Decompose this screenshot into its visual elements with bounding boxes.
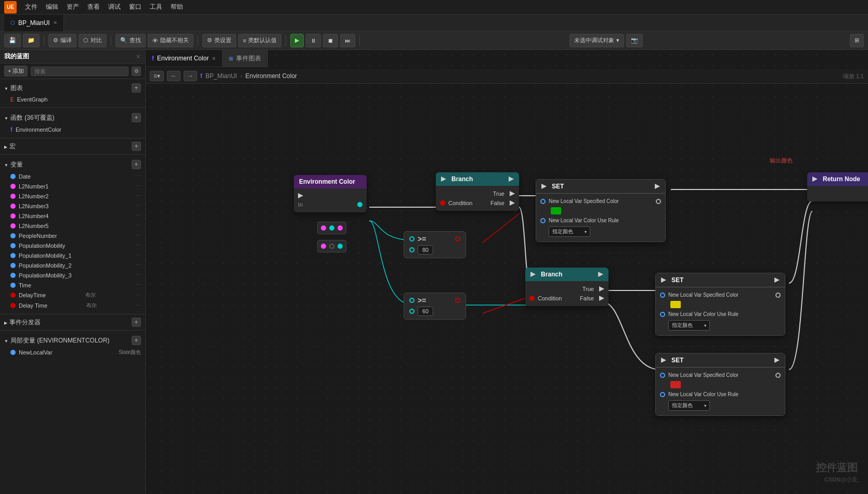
tab-env-close[interactable]: ✕ (212, 56, 216, 61)
var-expand-popmob: ⋯ (135, 242, 141, 249)
sidebar-item-newlocalvar[interactable]: NewLocalVar Slate颜色 (0, 347, 145, 358)
sidebar-item-l2n3[interactable]: L2Number3 ⋯ (0, 201, 145, 211)
return-body: Out (807, 186, 868, 201)
sidebar-item-date[interactable]: Date ⋯ (0, 171, 145, 181)
add-button[interactable]: + 添加 (4, 66, 28, 77)
menu-help[interactable]: 帮助 (171, 3, 183, 11)
sidebar-item-l2n2[interactable]: L2Number2 ⋯ (0, 191, 145, 201)
breadcrumb-current: Environment Color (245, 72, 297, 80)
set1-dropdown[interactable]: 指定颜色 ▾ (549, 226, 590, 237)
sidebar-item-delaytime2[interactable]: Delay Time 布尔 ⋯ (0, 300, 145, 311)
set2-color-swatch[interactable] (670, 301, 681, 308)
sidebar-item-l2n5[interactable]: L2Number5 ⋯ (0, 221, 145, 231)
local-vars-header[interactable]: 局部变量 (ENVIRONMENTCOLOR) + (0, 334, 145, 347)
add-local-var-button[interactable]: + (132, 336, 141, 345)
nav-back-button[interactable]: ← (167, 71, 180, 81)
compile-button[interactable]: ⚙ 编译 (48, 34, 76, 47)
tab-event-graph[interactable]: ⊞ 事件图表 (223, 50, 268, 67)
vars-header[interactable]: 变量 + (0, 158, 145, 171)
sidebar-item-popmob3[interactable]: PopulationMobility_3 ⋯ (0, 270, 145, 280)
tab-env-label: Environment Color (157, 55, 209, 62)
menu-edit[interactable]: 编辑 (46, 3, 58, 11)
add-graph-button[interactable]: + (132, 83, 141, 93)
menu-debug[interactable]: 调试 (108, 3, 121, 11)
event-dispatchers-header[interactable]: 事件分发器 + (0, 315, 145, 329)
file-tab[interactable]: ⬡ BP_MianUI ✕ (4, 15, 64, 31)
functions-expand-icon (4, 114, 8, 121)
sidebar-item-popmob1[interactable]: PopulationMobility_1 ⋯ (0, 250, 145, 260)
set1-dropdown-label: 指定颜色 (552, 228, 573, 235)
functions-header[interactable]: 函数 (36可覆盖) + (0, 111, 145, 124)
sidebar-item-l2n1[interactable]: L2Number1 ⋯ (0, 181, 145, 191)
sidebar-item-l2n4[interactable]: L2Number4 ⋯ (0, 211, 145, 221)
run-button[interactable]: ▶ (290, 34, 304, 47)
ge1-val-row: 80 (409, 245, 460, 255)
defaults-label: 类默认认值 (248, 36, 277, 44)
nav-menu-button[interactable]: ≡▾ (150, 71, 164, 81)
ge2-out-pin (455, 298, 460, 303)
search-input[interactable] (31, 67, 128, 76)
macros-expand-icon (4, 143, 7, 150)
sidebar-item-popmob[interactable]: PopulationMobility ⋯ (0, 240, 145, 250)
var-dot-l2n2 (10, 194, 16, 199)
debug-target-button[interactable]: 未选中调试对象 ▾ (569, 34, 624, 47)
macros-header[interactable]: 宏 + (0, 140, 145, 153)
add-var-button[interactable]: + (132, 160, 141, 169)
node-ge2: >= 60 (404, 293, 466, 320)
set2-header: SET (656, 273, 785, 287)
save-button[interactable]: 💾 (4, 34, 21, 47)
breadcrumb-root[interactable]: BP_MianUI (205, 72, 237, 80)
hide-unrelated-button[interactable]: 👁 隐藏不相关 (148, 34, 193, 47)
tab-environment-color[interactable]: f Environment Color ✕ (146, 50, 223, 67)
set2-dropdown-label: 指定颜色 (672, 322, 693, 329)
browse-button[interactable]: 📁 (23, 34, 40, 47)
set1-dropdown-row: 指定颜色 ▾ (536, 225, 665, 238)
graphs-header[interactable]: 图表 + (0, 81, 145, 95)
output-label-text: 输出颜色 (770, 157, 793, 163)
menu-file[interactable]: 文件 (25, 3, 37, 11)
functions-label: 函数 (36可覆盖) (10, 113, 55, 122)
menu-window[interactable]: 窗口 (129, 3, 141, 11)
event-dispatchers-label: 事件分发器 (9, 318, 41, 327)
event-tab-icon: ⊞ (229, 56, 233, 61)
add-macro-button[interactable]: + (132, 142, 141, 151)
set2-dropdown[interactable]: 指定颜色 ▾ (668, 320, 710, 331)
cluster-dot-2 (329, 225, 334, 231)
sidebar-item-envcolor[interactable]: f EnvironmentColor (0, 124, 145, 135)
set3-dropdown[interactable]: 指定颜色 ▾ (668, 400, 710, 411)
snapshot-button[interactable]: 📷 (626, 34, 643, 47)
menu-assets[interactable]: 资产 (67, 3, 79, 11)
file-tab-close[interactable]: ✕ (53, 20, 57, 26)
expand-button[interactable]: ⊞ (850, 34, 864, 47)
skip-button[interactable]: ⏭ (340, 34, 355, 47)
diff-button[interactable]: ⬡ 对比 (79, 34, 107, 47)
search-button[interactable]: 🔍 查找 (115, 34, 146, 47)
var-expand-delaytime2: ⋯ (135, 302, 141, 309)
settings-icon: ⚙ (207, 37, 212, 44)
set3-color-swatch[interactable] (670, 381, 681, 388)
stop-button[interactable]: ⏹ (323, 34, 338, 47)
defaults-button[interactable]: ≡ 类默认认值 (238, 34, 281, 47)
ge1-value[interactable]: 80 (418, 245, 433, 255)
sidebar-item-time[interactable]: Time ⋯ (0, 280, 145, 290)
sidebar-item-popmob2[interactable]: PopulationMobility_2 ⋯ (0, 260, 145, 270)
var-label-popmob1: PopulationMobility_1 (19, 252, 72, 259)
sidebar-item-peoplenum[interactable]: PeopleNumber ⋯ (0, 231, 145, 240)
set1-color-pin (540, 199, 546, 204)
canvas[interactable]: f Environment Color ✕ ⊞ 事件图表 ≡▾ ← → f BP… (146, 50, 868, 494)
menu-tools[interactable]: 工具 (150, 3, 162, 11)
sidebar-item-eventgraph[interactable]: E EventGraph (0, 95, 145, 104)
pause-button[interactable]: ⏸ (306, 34, 321, 47)
sidebar-item-delaytime[interactable]: DelayTime 布尔 ⋯ (0, 290, 145, 300)
ge2-value[interactable]: 60 (418, 307, 433, 316)
add-function-button[interactable]: + (132, 113, 141, 122)
nav-forward-button[interactable]: → (184, 71, 197, 81)
set2-rule-pin (660, 312, 665, 317)
sidebar-settings-button[interactable]: ⚙ (132, 67, 141, 76)
add-event-disp-button[interactable]: + (132, 318, 141, 327)
set1-color-swatch[interactable] (551, 207, 561, 214)
settings-button[interactable]: ⚙ 类设置 (202, 34, 236, 47)
branch1-header: Branch (436, 172, 519, 186)
menu-view[interactable]: 查看 (87, 3, 100, 11)
var-label-popmob3: PopulationMobility_3 (19, 272, 72, 278)
